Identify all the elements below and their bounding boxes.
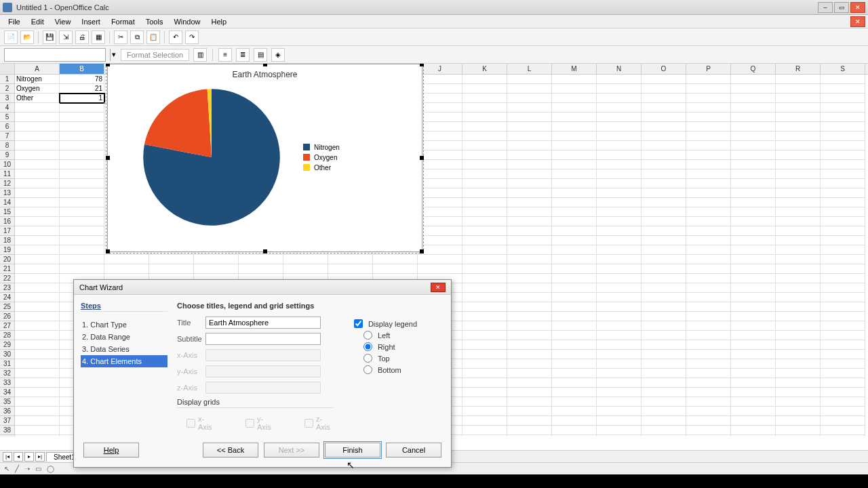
cell[interactable] [462,321,507,331]
cell[interactable] [686,274,731,283]
cell[interactable] [15,236,60,245]
menu-tools[interactable]: Tools [140,16,169,27]
cell[interactable] [821,264,865,274]
cell[interactable] [507,160,552,169]
cell[interactable] [776,416,821,426]
wizard-step[interactable]: 4. Chart Elements [81,355,167,367]
cell[interactable] [776,340,821,350]
cell[interactable] [776,407,821,416]
cell[interactable] [597,426,642,435]
help-button[interactable]: Help [83,443,139,458]
row-header[interactable]: 36 [0,407,15,416]
row-header[interactable]: 34 [0,388,15,397]
cell[interactable] [60,150,104,160]
cell[interactable] [283,264,328,274]
row-header[interactable]: 3 [0,94,15,103]
cell[interactable] [642,113,686,122]
cell[interactable] [821,350,865,359]
cell[interactable] [552,397,597,407]
cell[interactable] [731,226,776,236]
cell[interactable] [552,435,597,436]
menu-insert[interactable]: Insert [76,16,106,27]
cell[interactable] [821,283,865,293]
cell[interactable] [507,255,552,264]
cell[interactable] [507,188,552,198]
close-button[interactable]: ✕ [850,2,865,13]
cell[interactable] [552,264,597,274]
cell[interactable] [821,150,865,160]
cell[interactable] [462,94,507,103]
cell[interactable] [597,84,642,94]
cell[interactable] [15,245,60,255]
cell[interactable] [507,312,552,321]
cell[interactable] [731,302,776,312]
cell[interactable] [507,331,552,340]
cell[interactable] [552,131,597,141]
cell[interactable] [462,340,507,350]
cell[interactable] [776,122,821,131]
cell[interactable] [776,131,821,141]
cell[interactable] [597,274,642,283]
cell[interactable] [731,245,776,255]
ellipse-tool-icon[interactable]: ◯ [47,465,54,472]
cell[interactable] [731,426,776,435]
cell[interactable] [731,340,776,350]
menu-help[interactable]: Help [206,16,233,27]
cell[interactable] [60,122,104,131]
cell[interactable] [507,359,552,369]
cell[interactable] [642,226,686,236]
cell[interactable] [597,188,642,198]
cell[interactable] [731,131,776,141]
cell[interactable] [507,84,552,94]
cell[interactable] [552,122,597,131]
minimize-button[interactable]: – [818,2,833,13]
prev-sheet-icon[interactable]: ◂ [14,452,23,462]
cell[interactable] [60,226,104,236]
cell[interactable] [821,141,865,150]
arrow-tool-icon[interactable]: ➝ [24,465,30,472]
row-header[interactable]: 17 [0,226,15,236]
cell[interactable] [642,160,686,169]
cell[interactable] [597,131,642,141]
cell[interactable] [731,103,776,113]
cell[interactable] [462,378,507,388]
cell[interactable] [776,293,821,302]
cell[interactable] [418,245,462,255]
cell[interactable] [597,141,642,150]
cell[interactable] [731,283,776,293]
cell[interactable] [552,312,597,321]
cell[interactable] [776,226,821,236]
cell[interactable] [642,407,686,416]
cell[interactable] [462,302,507,312]
row-header[interactable]: 19 [0,245,15,255]
cell[interactable] [507,350,552,359]
new-icon[interactable]: 📄 [4,30,18,44]
column-header[interactable]: P [686,64,731,74]
cell[interactable] [686,94,731,103]
cell[interactable] [821,179,865,188]
cell[interactable] [507,113,552,122]
cell[interactable] [642,131,686,141]
column-header[interactable]: S [821,64,865,74]
rect-tool-icon[interactable]: ▭ [35,465,41,472]
cell[interactable] [597,160,642,169]
cell[interactable] [776,245,821,255]
cell[interactable] [642,75,686,84]
cell[interactable] [462,103,507,113]
cell[interactable] [731,255,776,264]
cell[interactable] [821,75,865,84]
cell[interactable] [507,293,552,302]
cell[interactable] [642,435,686,436]
cell[interactable] [507,169,552,179]
cell[interactable] [731,416,776,426]
cell[interactable] [60,141,104,150]
cell[interactable] [552,359,597,369]
cell[interactable] [776,141,821,150]
row-header[interactable]: 1 [0,75,15,84]
cell[interactable] [731,207,776,217]
cell[interactable] [821,321,865,331]
cell[interactable] [15,160,60,169]
cell[interactable] [507,274,552,283]
row-header[interactable]: 39 [0,435,15,436]
cell[interactable] [821,435,865,436]
